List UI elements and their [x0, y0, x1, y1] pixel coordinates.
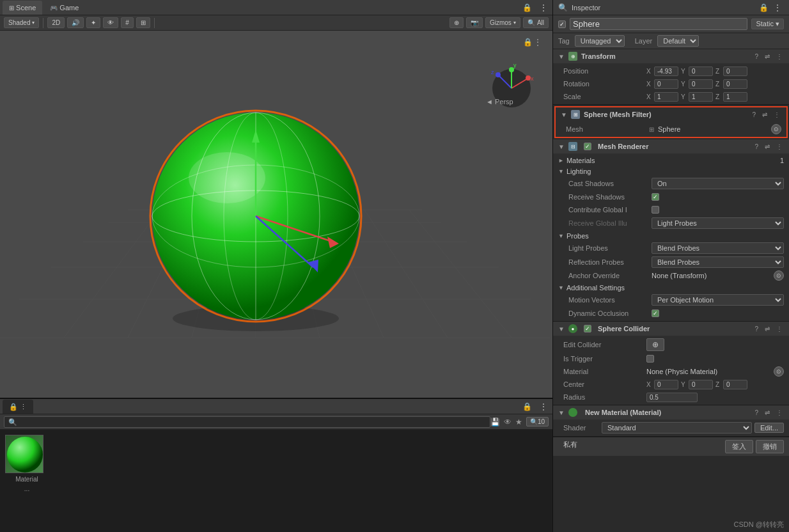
shaded-dropdown[interactable]: Shaded ▾: [4, 17, 39, 28]
transform-header[interactable]: ▼ ⊕ Transform ? ⇌ ⋮: [553, 49, 789, 63]
overlay-btn[interactable]: ⊞: [136, 17, 150, 28]
gizmos-btn[interactable]: Gizmos ▾: [485, 17, 520, 28]
collider-menu[interactable]: ⋮: [775, 325, 784, 332]
material-settings[interactable]: ⇌: [763, 409, 771, 416]
rot-z-input[interactable]: [723, 79, 747, 89]
transform-settings[interactable]: ⇌: [763, 53, 771, 60]
tag-dropdown[interactable]: Untagged: [575, 35, 625, 47]
inspector-menu-btn[interactable]: ⋮: [771, 2, 784, 13]
layer-dropdown[interactable]: Default: [657, 35, 699, 47]
lock-bottom-icon[interactable]: 🔒: [520, 401, 535, 412]
radius-input[interactable]: [646, 393, 698, 402]
collider-material-select-btn[interactable]: ⊙: [774, 366, 784, 377]
mesh-select-btn[interactable]: ⊙: [771, 124, 781, 134]
motion-vectors-label: Motion Vectors: [568, 296, 652, 304]
contribute-gi-checkbox[interactable]: [652, 206, 659, 214]
twod-btn[interactable]: 2D: [47, 17, 65, 28]
scale-y-input[interactable]: [689, 92, 713, 102]
shader-edit-btn[interactable]: Edit...: [754, 423, 784, 433]
receive-gi-dropdown[interactable]: Light Probes: [652, 217, 784, 229]
go-name-input[interactable]: [570, 18, 747, 30]
transform-menu[interactable]: ⋮: [775, 53, 784, 60]
pos-z-input[interactable]: [723, 66, 747, 76]
materials-section-header[interactable]: ► Materials 1: [553, 155, 789, 166]
mesh-filter-menu[interactable]: ⋮: [772, 111, 781, 118]
reflection-probes-dropdown[interactable]: Blend Probes: [652, 256, 784, 268]
mesh-renderer-menu[interactable]: ⋮: [775, 143, 784, 150]
mesh-renderer-help[interactable]: ?: [753, 143, 760, 150]
motion-vectors-dropdown[interactable]: Per Object Motion: [652, 294, 784, 306]
edit-collider-btn[interactable]: ⊕: [646, 338, 664, 351]
mesh-filter-help[interactable]: ?: [751, 111, 757, 118]
mesh-filter-settings[interactable]: ⇌: [761, 111, 769, 118]
light-probes-dropdown[interactable]: Blend Probes: [652, 242, 784, 254]
inspector-scroll-content[interactable]: ✓ Static ▾ Tag Untagged Layer Default: [553, 15, 789, 532]
rot-x-label: X: [646, 81, 653, 88]
dynamic-occlusion-checkbox[interactable]: [652, 309, 659, 317]
viewport-3d[interactable]: x z y ◄ Persp 🔒 ⋮: [0, 31, 552, 398]
project-tab[interactable]: 🔒 ⋮: [3, 400, 33, 414]
project-search-input[interactable]: [4, 416, 490, 428]
svg-text:y: y: [513, 62, 517, 68]
center-y-input[interactable]: [689, 380, 713, 389]
star-icon[interactable]: ★: [515, 418, 522, 426]
mesh-renderer-checkbox[interactable]: [584, 143, 591, 150]
separator-1: [43, 18, 43, 28]
mesh-renderer-header[interactable]: ▼ ⊟ Mesh Renderer ? ⇌ ⋮: [553, 139, 789, 153]
svg-text:x: x: [531, 75, 534, 82]
gameobject-header: ✓ Static ▾: [553, 15, 789, 33]
tab-game[interactable]: 🎮 Game: [43, 1, 85, 15]
scale-x-input[interactable]: [654, 92, 678, 102]
mesh-filter-header[interactable]: ▼ ⊞ Sphere (Mesh Filter) ? ⇌ ⋮: [556, 107, 786, 121]
pos-y-input[interactable]: [689, 66, 713, 76]
is-trigger-checkbox[interactable]: [646, 355, 654, 363]
transform-tools[interactable]: ⊕: [449, 17, 464, 28]
bottom-menu-icon[interactable]: ⋮: [537, 401, 550, 412]
save-icon[interactable]: 💾: [490, 418, 500, 426]
center-z-input[interactable]: [723, 380, 747, 389]
eye-icon[interactable]: 👁: [504, 418, 512, 426]
static-dropdown[interactable]: Static ▾: [751, 19, 784, 29]
center-x-input[interactable]: [654, 380, 678, 389]
audio-btn[interactable]: 🔊: [67, 17, 84, 28]
probes-section-header[interactable]: ▼ Probes: [553, 230, 789, 241]
transform-help[interactable]: ?: [753, 53, 760, 60]
material-help[interactable]: ?: [753, 409, 760, 416]
tab-scene[interactable]: ⊞ Scene: [3, 1, 42, 15]
center-xyz: X Y Z: [646, 380, 784, 389]
anchor-select-btn[interactable]: ⊙: [774, 270, 784, 281]
fx-btn[interactable]: ✦: [86, 17, 100, 28]
checkin-btn[interactable]: 签入: [725, 440, 753, 453]
sphere-collider-header[interactable]: ▼ ● Sphere Collider ? ⇌ ⋮: [553, 322, 789, 336]
all-btn[interactable]: 🔍 All: [523, 17, 549, 28]
cancel-btn[interactable]: 撤销: [756, 440, 784, 453]
viewport-menu-icon[interactable]: ⋮: [537, 2, 550, 13]
collider-settings[interactable]: ⇌: [763, 325, 771, 332]
rot-y-label: Y: [681, 81, 687, 88]
camera-btn[interactable]: 📷: [466, 17, 483, 28]
rot-y-input[interactable]: [689, 79, 713, 89]
grid-btn[interactable]: #: [121, 17, 134, 28]
scale-xyz: X Y Z: [646, 92, 784, 102]
cast-shadows-dropdown[interactable]: On: [652, 178, 784, 189]
collider-checkbox[interactable]: [584, 325, 591, 332]
pos-x-input[interactable]: [654, 66, 678, 76]
new-material-header[interactable]: ▼ New Material (Material) ? ⇌ ⋮: [553, 405, 789, 419]
receive-shadows-checkbox[interactable]: [652, 193, 659, 201]
pos-y-label: Y: [681, 68, 687, 75]
rot-x-input[interactable]: [654, 79, 678, 89]
mesh-mesh-icon: ⊞: [649, 126, 654, 133]
go-active-checkbox[interactable]: ✓: [558, 20, 566, 28]
bottom-tabs: 🔒 ⋮ 🔒 ⋮: [0, 399, 552, 414]
collider-help[interactable]: ?: [753, 325, 760, 332]
scene-vis-btn[interactable]: 👁: [103, 17, 118, 28]
material-menu[interactable]: ⋮: [775, 409, 784, 416]
mesh-renderer-settings[interactable]: ⇌: [763, 143, 771, 150]
additional-settings-header[interactable]: ▼ Additional Settings: [553, 282, 789, 293]
inspector-lock-btn[interactable]: 🔒: [756, 2, 771, 13]
shader-dropdown[interactable]: Standard: [602, 422, 752, 434]
material-item[interactable]: Material ...: [5, 435, 49, 527]
center-z-label: Z: [715, 381, 722, 388]
lighting-section-header[interactable]: ▼ Lighting: [553, 166, 789, 176]
scale-z-input[interactable]: [723, 92, 747, 102]
